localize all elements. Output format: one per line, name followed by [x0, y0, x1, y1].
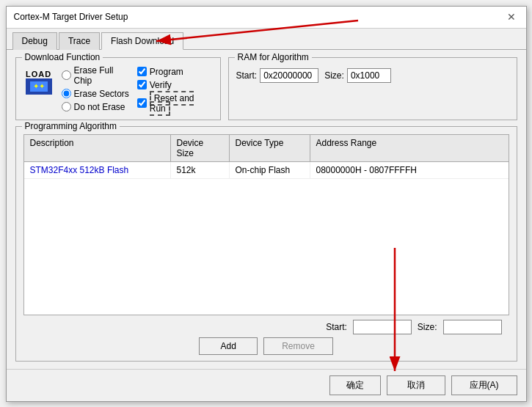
dialog-body: Download Function LOAD ✦✦ [7, 50, 526, 369]
ram-size-input[interactable] [347, 68, 391, 83]
checkboxes: Program Verify Reset and Run [137, 67, 213, 114]
radio-erase-full-label: Erase Full Chip [74, 65, 130, 86]
algorithm-table: Description Device Size Device Type Addr… [23, 134, 509, 315]
download-function-group: Download Function LOAD ✦✦ [15, 57, 221, 120]
ram-inner: Start: Size: [236, 68, 509, 83]
apply-button[interactable]: 应用(A) [451, 375, 517, 395]
ram-start-field: Start: [236, 68, 319, 83]
cancel-button[interactable]: 取消 [387, 375, 445, 395]
ram-size-field: Size: [324, 68, 391, 83]
col-device-size: Device Size [171, 135, 230, 161]
radio-no-erase-label: Do not Erase [74, 102, 125, 112]
add-button[interactable]: Add [199, 337, 258, 355]
alg-size-label: Size: [418, 322, 437, 332]
alg-start-input[interactable] [353, 320, 412, 334]
ram-algorithm-title: RAM for Algorithm [235, 52, 312, 62]
top-sections: Download Function LOAD ✦✦ [15, 57, 517, 120]
col-address-range: Address Range [310, 135, 509, 161]
radio-erase-full[interactable]: Erase Full Chip [62, 65, 130, 86]
start-size-row: Start: Size: [23, 320, 509, 334]
cell-device-size: 512k [171, 162, 230, 178]
checkbox-verify-label: Verify [150, 80, 172, 90]
tab-trace[interactable]: Trace [59, 32, 100, 50]
table-row[interactable]: STM32F4xx 512kB Flash 512k On-chip Flash… [24, 162, 509, 179]
col-description: Description [24, 135, 171, 161]
table-header: Description Device Size Device Type Addr… [24, 135, 509, 162]
close-button[interactable]: ✕ [504, 10, 519, 24]
window-title: Cortex-M Target Driver Setup [14, 12, 128, 22]
checkbox-program[interactable]: Program [137, 67, 213, 77]
radio-group: Erase Full Chip Erase Sectors Do not Era… [62, 65, 130, 112]
ram-start-label: Start: [236, 70, 258, 81]
checkbox-reset-run[interactable]: Reset and Run [137, 93, 213, 114]
col-device-type: Device Type [230, 135, 310, 161]
add-remove-row: Add Remove [23, 337, 509, 355]
alg-size-input[interactable] [443, 320, 502, 334]
table-body: STM32F4xx 512kB Flash 512k On-chip Flash… [24, 162, 509, 315]
tab-bar: Debug Trace Flash Download [7, 29, 526, 50]
load-icon: LOAD ✦✦ [23, 67, 54, 98]
tab-debug[interactable]: Debug [12, 32, 57, 50]
cell-address-range: 08000000H - 0807FFFFH [310, 162, 509, 178]
tab-flash-download[interactable]: Flash Download [101, 32, 183, 50]
remove-button[interactable]: Remove [263, 337, 333, 355]
download-inner: LOAD ✦✦ Erase Full Chip [23, 65, 213, 114]
programming-algorithm-group: Programming Algorithm Description Device… [15, 126, 517, 362]
bottom-bar: 确定 取消 应用(A) [7, 369, 526, 401]
dialog-window: Cortex-M Target Driver Setup ✕ Debug Tra… [6, 6, 527, 402]
download-function-title: Download Function [22, 52, 103, 62]
checkbox-verify[interactable]: Verify [137, 80, 213, 90]
confirm-button[interactable]: 确定 [329, 375, 381, 395]
programming-algorithm-title: Programming Algorithm [22, 121, 120, 131]
checkbox-reset-run-label: Reset and Run [150, 93, 213, 114]
radio-no-erase[interactable]: Do not Erase [62, 102, 130, 112]
radio-erase-sectors[interactable]: Erase Sectors [62, 89, 130, 99]
ram-size-label: Size: [324, 70, 344, 81]
title-bar: Cortex-M Target Driver Setup ✕ [7, 7, 526, 29]
ram-start-input[interactable] [260, 68, 318, 83]
alg-start-label: Start: [326, 322, 347, 332]
cell-description: STM32F4xx 512kB Flash [24, 162, 171, 178]
cell-device-type: On-chip Flash [230, 162, 310, 178]
radio-erase-sectors-label: Erase Sectors [74, 89, 129, 99]
ram-algorithm-group: RAM for Algorithm Start: Size: [228, 57, 517, 120]
checkbox-program-label: Program [150, 67, 183, 77]
